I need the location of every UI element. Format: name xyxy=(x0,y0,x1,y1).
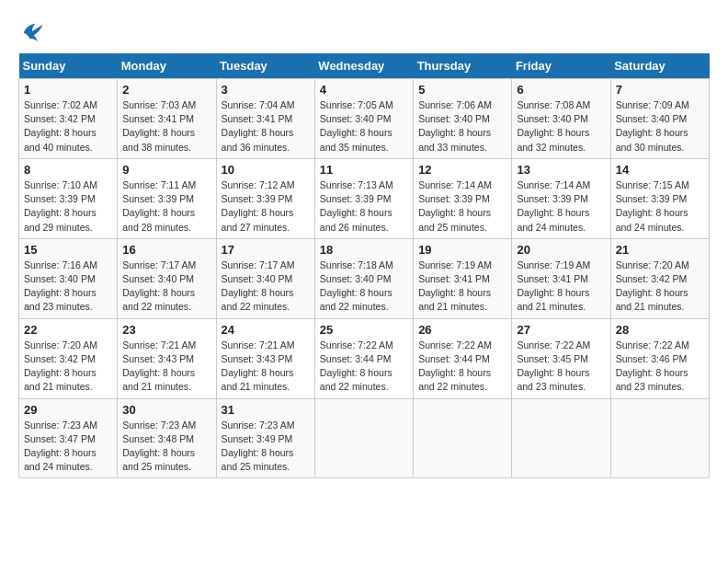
calendar-cell: 29 Sunrise: 7:23 AMSunset: 3:47 PMDaylig… xyxy=(19,398,118,478)
day-detail: Sunrise: 7:09 AMSunset: 3:40 PMDaylight:… xyxy=(616,98,704,155)
day-number: 16 xyxy=(122,243,210,257)
calendar-cell: 10 Sunrise: 7:12 AMSunset: 3:39 PMDaylig… xyxy=(216,158,314,238)
calendar-cell: 15 Sunrise: 7:16 AMSunset: 3:40 PMDaylig… xyxy=(19,238,118,318)
logo-icon xyxy=(18,18,44,44)
calendar-cell: 4 Sunrise: 7:05 AMSunset: 3:40 PMDayligh… xyxy=(314,79,413,159)
day-number: 29 xyxy=(24,403,112,417)
day-number: 22 xyxy=(24,323,112,337)
calendar-cell: 11 Sunrise: 7:13 AMSunset: 3:39 PMDaylig… xyxy=(314,158,413,238)
logo xyxy=(18,18,48,44)
calendar-cell: 14 Sunrise: 7:15 AMSunset: 3:39 PMDaylig… xyxy=(610,158,709,238)
day-number: 4 xyxy=(320,83,408,97)
calendar-week-5: 29 Sunrise: 7:23 AMSunset: 3:47 PMDaylig… xyxy=(19,398,710,478)
day-detail: Sunrise: 7:21 AMSunset: 3:43 PMDaylight:… xyxy=(122,339,210,395)
day-number: 23 xyxy=(122,323,210,337)
day-detail: Sunrise: 7:19 AMSunset: 3:41 PMDaylight:… xyxy=(517,259,605,315)
calendar-week-3: 15 Sunrise: 7:16 AMSunset: 3:40 PMDaylig… xyxy=(19,238,710,318)
calendar-cell: 20 Sunrise: 7:19 AMSunset: 3:41 PMDaylig… xyxy=(512,238,610,318)
day-number: 28 xyxy=(616,323,704,337)
day-number: 25 xyxy=(320,323,408,337)
day-detail: Sunrise: 7:23 AMSunset: 3:49 PMDaylight:… xyxy=(222,419,310,475)
calendar-cell xyxy=(610,398,709,478)
day-detail: Sunrise: 7:17 AMSunset: 3:40 PMDaylight:… xyxy=(122,259,210,315)
day-number: 27 xyxy=(517,323,605,337)
day-number: 6 xyxy=(517,83,605,97)
day-number: 11 xyxy=(320,163,408,177)
day-detail: Sunrise: 7:23 AMSunset: 3:47 PMDaylight:… xyxy=(24,419,112,475)
day-number: 21 xyxy=(616,243,704,257)
calendar-cell xyxy=(314,398,413,478)
day-detail: Sunrise: 7:12 AMSunset: 3:39 PMDaylight:… xyxy=(222,178,310,235)
day-number: 19 xyxy=(418,243,506,257)
calendar-body: 1 Sunrise: 7:02 AMSunset: 3:42 PMDayligh… xyxy=(19,79,710,478)
calendar-cell: 13 Sunrise: 7:14 AMSunset: 3:39 PMDaylig… xyxy=(512,158,610,238)
day-header-thursday: Thursday xyxy=(414,53,512,79)
calendar-cell: 6 Sunrise: 7:08 AMSunset: 3:40 PMDayligh… xyxy=(512,79,610,159)
day-detail: Sunrise: 7:22 AMSunset: 3:45 PMDaylight:… xyxy=(517,339,605,395)
day-number: 31 xyxy=(222,403,310,417)
day-detail: Sunrise: 7:20 AMSunset: 3:42 PMDaylight:… xyxy=(616,259,704,315)
calendar-cell: 8 Sunrise: 7:10 AMSunset: 3:39 PMDayligh… xyxy=(19,158,118,238)
day-detail: Sunrise: 7:22 AMSunset: 3:44 PMDaylight:… xyxy=(320,339,408,395)
calendar-header-row: SundayMondayTuesdayWednesdayThursdayFrid… xyxy=(19,53,710,79)
calendar-cell: 9 Sunrise: 7:11 AMSunset: 3:39 PMDayligh… xyxy=(118,158,216,238)
calendar-cell: 26 Sunrise: 7:22 AMSunset: 3:44 PMDaylig… xyxy=(414,318,512,398)
day-number: 3 xyxy=(222,83,310,97)
calendar-cell: 31 Sunrise: 7:23 AMSunset: 3:49 PMDaylig… xyxy=(216,398,314,478)
day-detail: Sunrise: 7:15 AMSunset: 3:39 PMDaylight:… xyxy=(616,178,704,235)
calendar-cell: 18 Sunrise: 7:18 AMSunset: 3:40 PMDaylig… xyxy=(314,238,413,318)
calendar-cell: 19 Sunrise: 7:19 AMSunset: 3:41 PMDaylig… xyxy=(414,238,512,318)
day-detail: Sunrise: 7:20 AMSunset: 3:42 PMDaylight:… xyxy=(24,339,112,395)
day-header-friday: Friday xyxy=(512,53,610,79)
calendar-table: SundayMondayTuesdayWednesdayThursdayFrid… xyxy=(18,53,710,478)
day-number: 20 xyxy=(517,243,605,257)
day-number: 2 xyxy=(122,83,210,97)
day-detail: Sunrise: 7:18 AMSunset: 3:40 PMDaylight:… xyxy=(320,259,408,315)
day-header-saturday: Saturday xyxy=(610,53,709,79)
calendar-cell: 12 Sunrise: 7:14 AMSunset: 3:39 PMDaylig… xyxy=(414,158,512,238)
day-detail: Sunrise: 7:05 AMSunset: 3:40 PMDaylight:… xyxy=(320,98,408,155)
day-number: 10 xyxy=(222,163,310,177)
calendar-cell xyxy=(414,398,512,478)
day-detail: Sunrise: 7:03 AMSunset: 3:41 PMDaylight:… xyxy=(122,98,210,155)
day-number: 12 xyxy=(418,163,506,177)
day-detail: Sunrise: 7:14 AMSunset: 3:39 PMDaylight:… xyxy=(418,178,506,235)
day-detail: Sunrise: 7:17 AMSunset: 3:40 PMDaylight:… xyxy=(222,259,310,315)
day-detail: Sunrise: 7:02 AMSunset: 3:42 PMDaylight:… xyxy=(24,98,112,155)
calendar-week-1: 1 Sunrise: 7:02 AMSunset: 3:42 PMDayligh… xyxy=(19,79,710,159)
day-number: 14 xyxy=(616,163,704,177)
day-detail: Sunrise: 7:06 AMSunset: 3:40 PMDaylight:… xyxy=(418,98,506,155)
calendar-cell: 28 Sunrise: 7:22 AMSunset: 3:46 PMDaylig… xyxy=(610,318,709,398)
day-detail: Sunrise: 7:11 AMSunset: 3:39 PMDaylight:… xyxy=(122,178,210,235)
day-number: 24 xyxy=(222,323,310,337)
calendar-cell: 17 Sunrise: 7:17 AMSunset: 3:40 PMDaylig… xyxy=(216,238,314,318)
day-number: 13 xyxy=(517,163,605,177)
calendar-cell: 16 Sunrise: 7:17 AMSunset: 3:40 PMDaylig… xyxy=(118,238,216,318)
calendar-cell: 3 Sunrise: 7:04 AMSunset: 3:41 PMDayligh… xyxy=(216,79,314,159)
calendar-cell: 2 Sunrise: 7:03 AMSunset: 3:41 PMDayligh… xyxy=(118,79,216,159)
day-number: 26 xyxy=(418,323,506,337)
day-header-wednesday: Wednesday xyxy=(314,53,413,79)
calendar-cell: 22 Sunrise: 7:20 AMSunset: 3:42 PMDaylig… xyxy=(19,318,118,398)
day-number: 8 xyxy=(24,163,112,177)
day-detail: Sunrise: 7:22 AMSunset: 3:46 PMDaylight:… xyxy=(616,339,704,395)
day-detail: Sunrise: 7:04 AMSunset: 3:41 PMDaylight:… xyxy=(222,98,310,155)
calendar-cell: 1 Sunrise: 7:02 AMSunset: 3:42 PMDayligh… xyxy=(19,79,118,159)
calendar-cell: 21 Sunrise: 7:20 AMSunset: 3:42 PMDaylig… xyxy=(610,238,709,318)
day-number: 9 xyxy=(122,163,210,177)
day-detail: Sunrise: 7:13 AMSunset: 3:39 PMDaylight:… xyxy=(320,178,408,235)
day-number: 17 xyxy=(222,243,310,257)
day-number: 5 xyxy=(418,83,506,97)
calendar-cell: 25 Sunrise: 7:22 AMSunset: 3:44 PMDaylig… xyxy=(314,318,413,398)
day-detail: Sunrise: 7:16 AMSunset: 3:40 PMDaylight:… xyxy=(24,259,112,315)
calendar-week-4: 22 Sunrise: 7:20 AMSunset: 3:42 PMDaylig… xyxy=(19,318,710,398)
day-number: 15 xyxy=(24,243,112,257)
calendar-week-2: 8 Sunrise: 7:10 AMSunset: 3:39 PMDayligh… xyxy=(19,158,710,238)
calendar-cell xyxy=(512,398,610,478)
calendar-cell: 5 Sunrise: 7:06 AMSunset: 3:40 PMDayligh… xyxy=(414,79,512,159)
day-number: 18 xyxy=(320,243,408,257)
calendar-cell: 30 Sunrise: 7:23 AMSunset: 3:48 PMDaylig… xyxy=(118,398,216,478)
day-header-monday: Monday xyxy=(118,53,216,79)
day-header-sunday: Sunday xyxy=(19,53,118,79)
day-number: 7 xyxy=(616,83,704,97)
